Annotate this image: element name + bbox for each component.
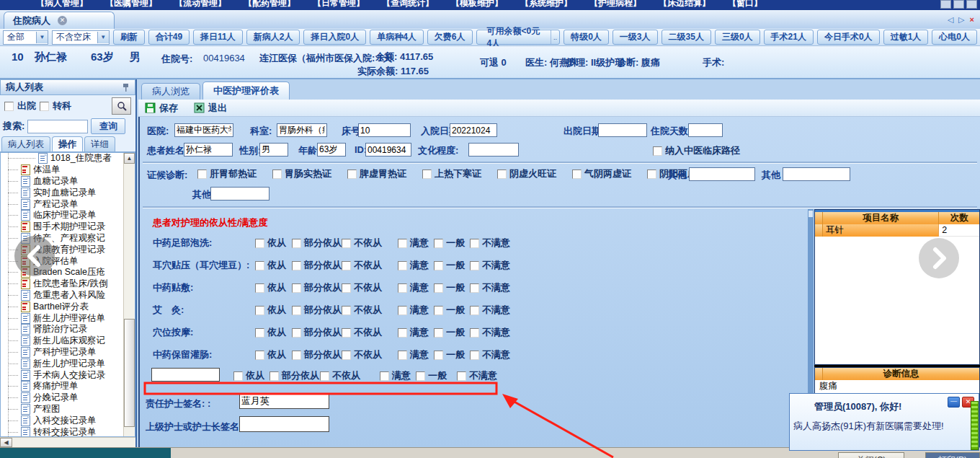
scroll-up-icon[interactable]: ▲ — [124, 153, 135, 164]
popup-scrollbar[interactable] — [971, 401, 979, 450]
tab-tcm-evaluation[interactable]: 中医护理评价表 — [202, 82, 290, 100]
tree-item[interactable]: 转科交接记录单 — [1, 426, 135, 437]
save-button[interactable]: 保存 — [145, 102, 178, 115]
compliance-checkbox[interactable] — [342, 351, 351, 360]
other-input-2[interactable] — [783, 167, 850, 181]
satisfaction-checkbox[interactable] — [434, 306, 443, 315]
satisfaction-checkbox[interactable] — [416, 371, 425, 381]
compliance-checkbox[interactable] — [342, 306, 351, 315]
satisfaction-checkbox[interactable] — [470, 283, 479, 293]
bed-input[interactable] — [358, 123, 411, 137]
close-icon[interactable] — [966, 0, 977, 9]
tree-scrollbar[interactable]: ▲ — [123, 153, 135, 436]
ward-filter-select[interactable]: 全部 ▼ — [3, 30, 48, 45]
popup-minimize-icon[interactable]: — — [948, 397, 960, 408]
tree-item[interactable]: Barthel评分表 — [1, 301, 135, 312]
menu-item[interactable]: 【病人管理】 — [36, 0, 88, 9]
toolbar-button[interactable]: 新病人2人 — [246, 30, 300, 45]
tree-item[interactable]: 产程记录单 — [1, 198, 135, 210]
tab-scroll-left-icon[interactable]: ◁ — [948, 15, 953, 25]
tree-item[interactable]: 血糖记录单 — [1, 176, 135, 188]
edu-input[interactable] — [468, 143, 519, 157]
adm-date-input[interactable] — [450, 123, 497, 137]
balance-filter-button[interactable]: 可用余额<0元4人 .. — [476, 30, 561, 45]
toolbar-button[interactable]: 今日手术0人 — [817, 30, 880, 45]
tree-item[interactable]: 1018_住院患者 — [1, 153, 135, 164]
hospital-input[interactable] — [174, 123, 233, 137]
other-input-3[interactable] — [210, 187, 270, 201]
id-input[interactable] — [365, 143, 411, 157]
balance-more-icon[interactable]: .. — [551, 30, 559, 44]
compliance-checkbox[interactable] — [255, 261, 264, 270]
scroll-left-icon[interactable]: ◀ — [0, 438, 12, 447]
satisfaction-checkbox[interactable] — [398, 283, 407, 293]
menu-item[interactable]: 【医嘱管理】 — [105, 0, 157, 9]
satisfaction-checkbox[interactable] — [398, 261, 407, 270]
name-input[interactable] — [184, 143, 233, 157]
compliance-checkbox[interactable] — [292, 283, 301, 293]
bed-filter-select[interactable]: 不含空床 ▼ — [52, 30, 110, 45]
tree-item[interactable]: 危重患者入科风险 — [1, 290, 135, 301]
compliance-checkbox[interactable] — [342, 328, 351, 338]
query-button[interactable]: 查询 — [91, 118, 125, 134]
satisfaction-checkbox[interactable] — [470, 239, 479, 248]
tab-close-icon[interactable]: ✕ — [58, 16, 67, 25]
toolbar-button[interactable]: 过敏1人 — [883, 30, 929, 45]
compliance-checkbox[interactable] — [255, 283, 264, 293]
menu-item[interactable]: 【日常管理】 — [313, 0, 365, 9]
satisfaction-checkbox[interactable] — [470, 328, 479, 338]
syndrome-checkbox[interactable] — [422, 169, 432, 179]
satisfaction-checkbox[interactable] — [434, 239, 443, 248]
restore-icon[interactable] — [953, 0, 964, 9]
toolbar-button[interactable]: 择日入院0人 — [303, 30, 366, 45]
compliance-checkbox[interactable] — [255, 328, 264, 338]
menu-item[interactable]: 【流动管理】 — [174, 0, 226, 9]
pin-icon[interactable] — [122, 83, 130, 92]
satisfaction-checkbox[interactable] — [398, 328, 407, 338]
tree-item[interactable]: 疼痛护理单 — [1, 381, 135, 392]
compliance-checkbox[interactable] — [292, 351, 301, 360]
satisfaction-checkbox[interactable] — [470, 261, 479, 270]
close-bottom-button[interactable]: 关闭(C) — [838, 452, 904, 458]
compliance-checkbox[interactable] — [342, 261, 351, 270]
menu-item[interactable]: 【配药管理】 — [244, 0, 295, 9]
satisfaction-checkbox[interactable] — [434, 283, 443, 293]
compliance-checkbox[interactable] — [320, 371, 329, 381]
menu-item[interactable]: 【模板维护】 — [451, 0, 503, 9]
syndrome-checkbox[interactable] — [572, 169, 582, 179]
tab-patient-browse[interactable]: 病人浏览 — [141, 83, 200, 100]
pathway-checkbox[interactable] — [653, 146, 662, 156]
menu-item[interactable]: 【床边结算】 — [659, 0, 710, 9]
satisfaction-checkbox[interactable] — [434, 351, 443, 360]
toolbar-button[interactable]: 特级0人 — [564, 30, 609, 45]
tree-item[interactable]: 围手术期护理记录 — [1, 221, 135, 233]
compliance-checkbox[interactable] — [292, 261, 301, 270]
compliance-checkbox[interactable] — [255, 351, 264, 360]
print-bottom-button[interactable]: 打印(P) — [925, 452, 980, 458]
tree-item[interactable]: 住院患者坠床/跌倒 — [1, 278, 135, 290]
gender-input[interactable] — [259, 143, 288, 157]
tab-inpatient[interactable]: 住院病人 ✕ — [4, 12, 115, 29]
tree-item[interactable]: 临床护理记录单 — [1, 210, 135, 221]
col-count[interactable]: 次数 — [939, 212, 979, 224]
tree-item[interactable]: 新生儿护理记录单 — [1, 358, 135, 369]
custom-item-input[interactable] — [151, 368, 220, 382]
discharge-checkbox[interactable] — [4, 102, 14, 111]
toolbar-button[interactable]: 择日11人 — [193, 30, 243, 45]
table-row[interactable]: 耳针 2 — [815, 224, 979, 237]
syndrome-checkbox[interactable] — [272, 169, 282, 179]
toolbar-button[interactable]: 一级3人 — [612, 30, 658, 45]
syndrome-checkbox[interactable] — [647, 169, 656, 179]
compliance-checkbox[interactable] — [270, 371, 279, 381]
tree-item[interactable]: 分娩记录单 — [1, 392, 135, 404]
toolbar-button[interactable]: 心电0人 — [932, 30, 977, 45]
tree-item[interactable]: 手术病人交接记录 — [1, 369, 135, 381]
age-input[interactable] — [317, 143, 346, 157]
tree-item[interactable]: 体温单 — [1, 164, 135, 176]
diagnosis-row[interactable]: 腹痛 — [815, 380, 979, 392]
nav-next-overlay[interactable] — [919, 238, 959, 278]
satisfaction-checkbox[interactable] — [398, 239, 407, 248]
dept-input[interactable] — [277, 123, 327, 137]
satisfaction-checkbox[interactable] — [398, 351, 407, 360]
satisfaction-checkbox[interactable] — [380, 371, 389, 381]
